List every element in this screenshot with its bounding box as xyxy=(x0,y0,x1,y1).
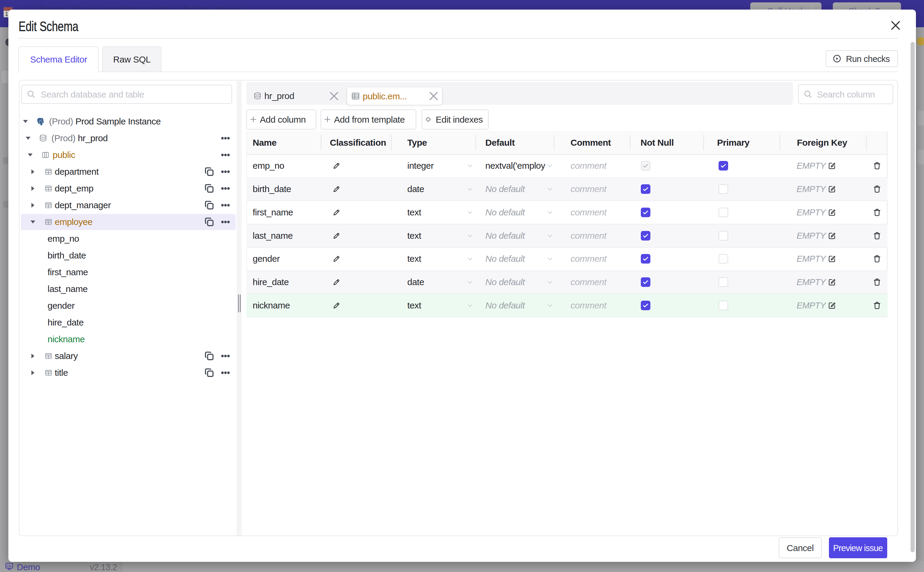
svg-text:Edit Schema: Edit Schema xyxy=(19,20,79,33)
